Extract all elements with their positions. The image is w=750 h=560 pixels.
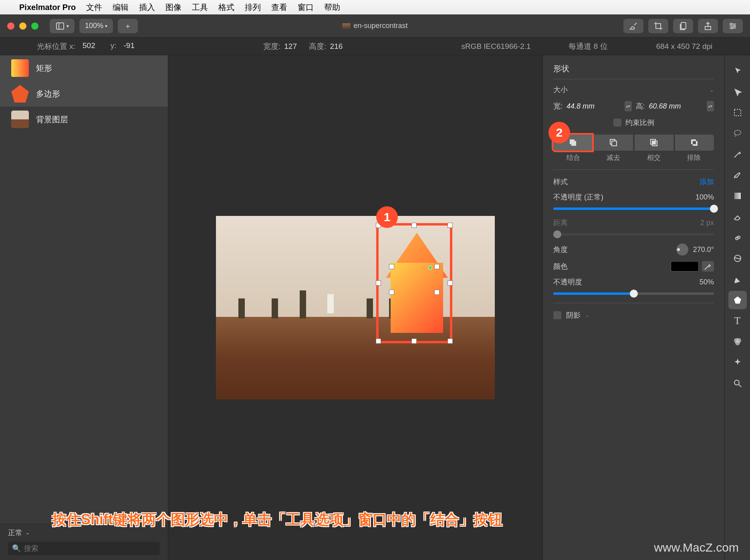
svg-rect-16 bbox=[652, 141, 655, 144]
opacity-label[interactable]: 不透明度 (正常) bbox=[553, 192, 603, 202]
effects-tool[interactable] bbox=[728, 353, 747, 372]
menu-tools[interactable]: 工具 bbox=[192, 2, 208, 13]
menu-format[interactable]: 格式 bbox=[218, 2, 234, 13]
shape-house[interactable] bbox=[386, 233, 448, 333]
chevron-down-icon: ▾ bbox=[105, 23, 107, 29]
copy-button[interactable] bbox=[673, 19, 693, 33]
menu-arrange[interactable]: 排列 bbox=[245, 2, 261, 13]
bool-exclude-button[interactable] bbox=[675, 135, 714, 151]
warp-tool[interactable] bbox=[728, 249, 747, 268]
add-button[interactable]: ＋ bbox=[118, 19, 138, 33]
gradient-tool[interactable] bbox=[728, 187, 747, 205]
eyedropper-tool[interactable] bbox=[728, 145, 747, 163]
eyedropper-button[interactable] bbox=[702, 261, 714, 272]
opacity-value[interactable]: 100% bbox=[696, 193, 714, 201]
canvas-area[interactable]: 1 bbox=[168, 55, 542, 560]
height-label: 高度: bbox=[309, 42, 326, 50]
resize-handle[interactable] bbox=[448, 280, 453, 286]
maximize-window-button[interactable] bbox=[31, 22, 38, 30]
svg-marker-24 bbox=[734, 296, 741, 304]
style-tool[interactable] bbox=[728, 62, 747, 80]
watermark-text: www.MacZ.com bbox=[654, 541, 739, 554]
resize-handle[interactable] bbox=[411, 338, 417, 344]
width-stepper[interactable]: ▴▾ bbox=[625, 101, 632, 111]
menubar: Pixelmator Pro 文件 编辑 插入 图像 工具 格式 排列 查看 窗… bbox=[0, 0, 750, 14]
opacity2-value[interactable]: 50% bbox=[700, 278, 714, 286]
resize-handle[interactable] bbox=[376, 280, 381, 286]
menu-window[interactable]: 窗口 bbox=[298, 2, 314, 13]
spacing-value: 2 px bbox=[700, 219, 714, 227]
bool-intersect-button[interactable] bbox=[635, 135, 673, 151]
height-stepper[interactable]: ▴▾ bbox=[707, 101, 714, 111]
menu-image[interactable]: 图像 bbox=[165, 2, 181, 13]
shape-tool[interactable] bbox=[728, 291, 747, 309]
callout-2: 2 bbox=[548, 122, 570, 143]
svg-rect-17 bbox=[734, 109, 741, 116]
resize-handle[interactable] bbox=[448, 338, 453, 344]
resize-handle[interactable] bbox=[376, 338, 381, 344]
lasso-tool[interactable] bbox=[728, 124, 747, 143]
svg-point-7 bbox=[730, 23, 732, 25]
text-tool[interactable]: T bbox=[728, 312, 747, 330]
eraser-tool[interactable] bbox=[728, 207, 747, 226]
cursor-y-value: -91 bbox=[124, 41, 135, 52]
brush-tool-button[interactable] bbox=[623, 19, 643, 33]
callout-1: 1 bbox=[376, 206, 398, 228]
pen-tool[interactable] bbox=[728, 270, 747, 288]
menu-file[interactable]: 文件 bbox=[86, 2, 102, 13]
menu-edit[interactable]: 编辑 bbox=[113, 2, 129, 13]
opacity-slider[interactable] bbox=[553, 207, 714, 210]
color-row: 颜色 bbox=[553, 261, 714, 272]
style-add-button[interactable]: 添加 bbox=[700, 177, 714, 187]
layer-item-polygon[interactable]: 多边形 bbox=[0, 81, 168, 107]
opacity2-label: 不透明度 bbox=[553, 277, 582, 287]
zoom-tool[interactable] bbox=[728, 374, 747, 393]
shadow-checkbox[interactable] bbox=[553, 311, 561, 319]
color-swatch[interactable] bbox=[671, 261, 699, 272]
layer-item-rectangle[interactable]: 矩形 bbox=[0, 55, 168, 81]
sidebar-toggle-button[interactable]: ▾ bbox=[50, 19, 75, 33]
zoom-dropdown[interactable]: 100% ▾ bbox=[79, 19, 113, 33]
angle-value[interactable]: 270.0° bbox=[693, 246, 714, 254]
search-input[interactable] bbox=[24, 544, 156, 553]
menu-view[interactable]: 查看 bbox=[271, 2, 287, 13]
width-value[interactable]: 44.8 mm bbox=[567, 102, 620, 111]
layer-label: 背景图层 bbox=[36, 114, 68, 125]
selection-tool[interactable] bbox=[728, 103, 747, 122]
layer-item-background[interactable]: 背景图层 bbox=[0, 107, 168, 132]
settings-button[interactable] bbox=[723, 19, 743, 33]
selection-bounds[interactable] bbox=[376, 223, 452, 343]
shape-handle[interactable] bbox=[389, 290, 394, 295]
arrange-tool[interactable] bbox=[728, 83, 747, 101]
constrain-checkbox[interactable] bbox=[613, 119, 621, 127]
brush-tool[interactable] bbox=[728, 166, 747, 184]
shape-handle[interactable] bbox=[434, 264, 440, 269]
chevron-down-icon: ⌄ bbox=[710, 87, 714, 93]
app-name[interactable]: Pixelmator Pro bbox=[19, 3, 76, 12]
layer-search[interactable]: 🔍 bbox=[8, 542, 160, 555]
angle-dial[interactable] bbox=[676, 244, 688, 256]
artboard[interactable]: 1 bbox=[216, 216, 495, 399]
shape-handle[interactable] bbox=[389, 264, 394, 269]
resize-handle[interactable] bbox=[448, 223, 453, 228]
rotation-handle[interactable] bbox=[428, 266, 432, 270]
color-adjust-tool[interactable] bbox=[728, 332, 747, 351]
menu-insert[interactable]: 插入 bbox=[139, 2, 155, 13]
share-button[interactable] bbox=[698, 19, 718, 33]
bool-subtract-button[interactable] bbox=[594, 135, 633, 151]
size-header-label: 大小 bbox=[553, 85, 568, 95]
layers-panel: 矩形 多边形 背景图层 正常 ⌄ 🔍 bbox=[0, 55, 168, 560]
shadow-row[interactable]: 阴影 ⌄ bbox=[553, 310, 714, 320]
palm-tree bbox=[238, 298, 245, 318]
heal-tool[interactable] bbox=[728, 228, 747, 247]
svg-point-8 bbox=[734, 25, 735, 27]
minimize-window-button[interactable] bbox=[19, 22, 26, 30]
menu-help[interactable]: 帮助 bbox=[324, 2, 340, 13]
size-header-row[interactable]: 大小 ⌄ bbox=[553, 85, 714, 95]
shape-handle[interactable] bbox=[434, 290, 440, 295]
opacity2-slider[interactable] bbox=[553, 292, 714, 295]
crop-tool-button[interactable] bbox=[648, 19, 668, 33]
height-value[interactable]: 60.68 mm bbox=[649, 102, 703, 111]
resize-handle[interactable] bbox=[411, 223, 417, 228]
close-window-button[interactable] bbox=[7, 22, 14, 30]
